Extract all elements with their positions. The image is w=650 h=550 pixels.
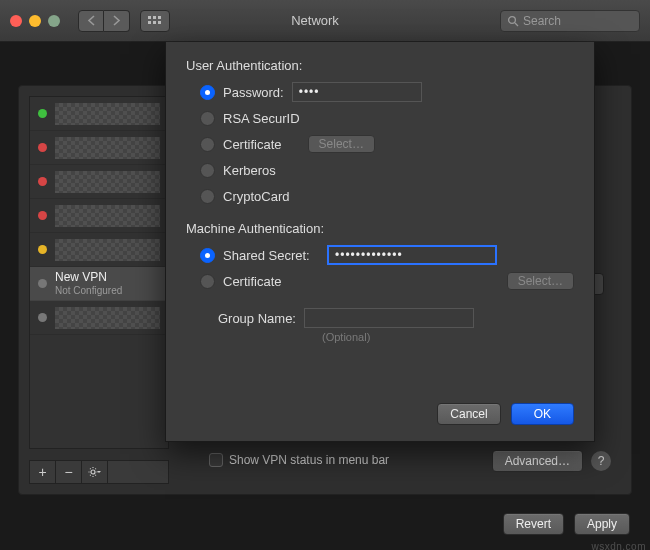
svg-line-7: [515, 23, 518, 26]
list-item[interactable]: [30, 301, 168, 335]
status-dot-icon: [38, 313, 47, 322]
radio-rsa-label: RSA SecurID: [223, 111, 300, 126]
obscured-label: [55, 239, 160, 261]
auth-sheet: User Authentication: Password: RSA Secur…: [165, 42, 595, 442]
search-input[interactable]: Search: [500, 10, 640, 32]
status-dot-icon: [38, 143, 47, 152]
svg-point-8: [91, 470, 95, 474]
radio-cert[interactable]: [200, 137, 215, 152]
vpn-sub: Not Configured: [55, 285, 122, 296]
revert-button[interactable]: Revert: [503, 513, 564, 535]
search-icon: [507, 15, 519, 27]
sidebar-footer: + −: [29, 460, 169, 484]
shared-secret-field[interactable]: [327, 245, 497, 265]
advanced-button[interactable]: Advanced…: [492, 450, 583, 472]
help-button[interactable]: ?: [591, 451, 611, 471]
radio-password[interactable]: [200, 85, 215, 100]
radio-kerberos-row: Kerberos: [200, 159, 574, 181]
show-vpn-label: Show VPN status in menu bar: [229, 453, 389, 467]
list-item[interactable]: [30, 165, 168, 199]
status-dot-icon: [38, 177, 47, 186]
group-name-placeholder: (Optional): [322, 331, 574, 343]
sheet-buttons: Cancel OK: [437, 403, 574, 425]
radio-cert-label: Certificate: [223, 137, 282, 152]
close-window-icon[interactable]: [10, 15, 22, 27]
radio-machine-cert-row: Certificate Select…: [200, 270, 574, 292]
cancel-button[interactable]: Cancel: [437, 403, 500, 425]
remove-service-button[interactable]: −: [56, 461, 82, 483]
group-name-field[interactable]: [304, 308, 474, 328]
radio-rsa[interactable]: [200, 111, 215, 126]
add-service-button[interactable]: +: [30, 461, 56, 483]
show-vpn-checkbox[interactable]: [209, 453, 223, 467]
status-dot-icon: [38, 109, 47, 118]
traffic-lights: [10, 15, 60, 27]
radio-kerberos[interactable]: [200, 163, 215, 178]
apply-button[interactable]: Apply: [574, 513, 630, 535]
advanced-row: Advanced… ?: [492, 450, 611, 472]
window-title: Network: [140, 13, 490, 28]
minimize-window-icon[interactable]: [29, 15, 41, 27]
list-item[interactable]: [30, 199, 168, 233]
obscured-label: [55, 103, 160, 125]
watermark: wsxdn.com: [591, 541, 646, 550]
radio-machine-cert[interactable]: [200, 274, 215, 289]
group-name-row: Group Name:: [200, 308, 574, 328]
radio-machine-cert-label: Certificate: [223, 274, 319, 289]
nav-buttons: [78, 10, 130, 32]
show-vpn-checkbox-row: Show VPN status in menu bar: [209, 453, 389, 467]
svg-point-6: [509, 16, 516, 23]
titlebar: Network Search: [0, 0, 650, 42]
radio-crypto[interactable]: [200, 189, 215, 204]
radio-kerberos-label: Kerberos: [223, 163, 276, 178]
list-item[interactable]: [30, 131, 168, 165]
list-item[interactable]: [30, 233, 168, 267]
password-field[interactable]: [292, 82, 422, 102]
sidebar-item-new-vpn[interactable]: New VPN Not Configured: [30, 267, 168, 301]
user-cert-select-button[interactable]: Select…: [308, 135, 375, 153]
radio-password-row: Password:: [200, 81, 574, 103]
machine-cert-select-button[interactable]: Select…: [507, 272, 574, 290]
status-dot-icon: [38, 245, 47, 254]
back-button[interactable]: [78, 10, 104, 32]
radio-crypto-row: CryptoCard: [200, 185, 574, 207]
user-auth-heading: User Authentication:: [186, 58, 574, 73]
search-placeholder: Search: [523, 14, 561, 28]
ok-button[interactable]: OK: [511, 403, 574, 425]
zoom-window-icon[interactable]: [48, 15, 60, 27]
radio-rsa-row: RSA SecurID: [200, 107, 574, 129]
obscured-label: [55, 205, 160, 227]
obscured-label: [55, 137, 160, 159]
vpn-name: New VPN: [55, 271, 122, 284]
radio-shared-secret[interactable]: [200, 248, 215, 263]
machine-auth-heading: Machine Authentication:: [186, 221, 574, 236]
radio-shared-label: Shared Secret:: [223, 248, 319, 263]
obscured-label: [55, 307, 160, 329]
obscured-label: [55, 171, 160, 193]
forward-button[interactable]: [104, 10, 130, 32]
radio-password-label: Password:: [223, 85, 284, 100]
vpn-text: New VPN Not Configured: [55, 271, 122, 295]
gear-icon: [88, 466, 102, 478]
radio-shared-row: Shared Secret:: [200, 244, 574, 266]
group-name-label: Group Name:: [200, 311, 296, 326]
network-sidebar: New VPN Not Configured: [29, 96, 169, 449]
radio-crypto-label: CryptoCard: [223, 189, 289, 204]
bottom-bar: Revert Apply: [503, 513, 630, 535]
status-dot-icon: [38, 279, 47, 288]
list-item[interactable]: [30, 97, 168, 131]
service-actions-button[interactable]: [82, 461, 108, 483]
radio-cert-row: Certificate Select…: [200, 133, 574, 155]
status-dot-icon: [38, 211, 47, 220]
